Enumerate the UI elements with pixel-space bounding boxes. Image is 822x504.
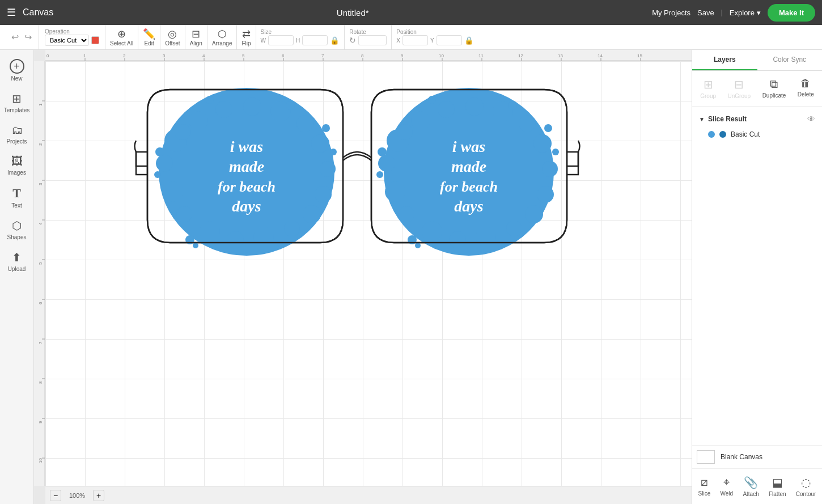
svg-point-89	[525, 205, 543, 223]
weld-button[interactable]: ⌖ Weld	[718, 473, 736, 499]
delete-icon: 🗑	[800, 78, 811, 90]
operation-label: Operation	[45, 28, 99, 35]
svg-point-70	[189, 111, 208, 130]
svg-point-87	[476, 227, 496, 247]
svg-text:10: 10	[38, 458, 43, 463]
slice-button[interactable]: ⧄ Slice	[696, 473, 713, 499]
svg-text:3: 3	[38, 183, 43, 185]
position-lock-button[interactable]: 🔒	[464, 36, 474, 45]
svg-point-77	[330, 149, 337, 155]
sidebar-item-text[interactable]: T Text	[2, 181, 32, 213]
attach-button[interactable]: 📎 Attach	[740, 473, 761, 499]
svg-point-90	[537, 186, 554, 203]
select-all-button[interactable]: ⊕	[117, 28, 126, 40]
grid-canvas[interactable]: i was made for beach days i was made for…	[45, 61, 692, 486]
tab-layers[interactable]: Layers	[692, 50, 757, 70]
svg-text:6: 6	[282, 53, 285, 58]
right-beach-text2: made	[451, 158, 486, 175]
make-it-button[interactable]: Make It	[768, 4, 815, 22]
offset-group: ◎ Offset	[160, 25, 185, 49]
edit-label: Edit	[145, 40, 154, 46]
svg-point-57	[176, 206, 192, 222]
layer-item-basic-cut[interactable]: Basic Cut	[697, 127, 817, 142]
group-button[interactable]: ⊞ Group	[696, 75, 721, 101]
canvas-area[interactable]: 0 1 2 3 4 5 6 7 8	[34, 50, 692, 504]
tab-color-sync[interactable]: Color Sync	[757, 50, 823, 70]
svg-text:8: 8	[38, 381, 43, 384]
contour-button[interactable]: ◌ Contour	[794, 473, 819, 499]
lock-button[interactable]: 🔒	[330, 36, 340, 45]
undo-button[interactable]: ↩	[9, 29, 21, 45]
sidebar-item-label: Projects	[6, 138, 27, 145]
position-group: Position X Y 🔒	[392, 25, 478, 49]
topbar-right: My Projects Save | Explore ▾ Make It	[652, 4, 815, 22]
svg-point-100	[376, 171, 383, 178]
offset-button[interactable]: ◎	[168, 28, 177, 40]
sidebar-item-projects[interactable]: 🗂 Projects	[2, 119, 32, 149]
slice-result-header[interactable]: ▼ Slice Result 👁	[697, 111, 817, 127]
rotate-input[interactable]	[358, 35, 387, 45]
offset-label: Offset	[165, 40, 180, 46]
x-input[interactable]	[402, 35, 428, 45]
align-button[interactable]: ⊟	[192, 28, 200, 40]
flatten-button[interactable]: ⬓ Flatten	[766, 473, 789, 499]
flatten-icon: ⬓	[772, 476, 783, 489]
sidebar-item-label: Text	[11, 202, 22, 209]
blank-canvas-thumbnail	[697, 450, 715, 464]
ruler-horizontal: 0 1 2 3 4 5 6 7 8	[45, 50, 692, 61]
ruler-vertical: 1 2 3 4 5 6 7 8 9	[34, 61, 45, 486]
explore-label: Explore	[730, 9, 755, 17]
sidebar-item-new[interactable]: + New	[2, 54, 32, 86]
redo-button[interactable]: ↪	[22, 29, 34, 45]
ungroup-button[interactable]: ⊟ UnGroup	[723, 75, 756, 101]
explore-button[interactable]: Explore ▾	[730, 9, 761, 17]
arrange-button[interactable]: ⬡	[218, 28, 227, 40]
divider: |	[721, 9, 723, 16]
canvas-design[interactable]: i was made for beach days i was made for…	[130, 78, 584, 288]
blank-canvas-item[interactable]: Blank Canvas	[692, 445, 822, 468]
svg-point-61	[284, 221, 300, 236]
sidebar: + New ⊞ Templates 🗂 Projects 🖼 Images T …	[0, 50, 34, 504]
svg-point-91	[542, 161, 558, 177]
zoom-in-button[interactable]: +	[93, 490, 104, 501]
contour-icon: ◌	[801, 476, 811, 489]
svg-point-83	[385, 181, 405, 202]
zoom-out-button[interactable]: −	[50, 490, 61, 501]
sidebar-item-images[interactable]: 🖼 Images	[2, 150, 32, 180]
svg-text:2: 2	[38, 143, 43, 146]
layers-list: ▼ Slice Result 👁 Basic Cut	[692, 107, 822, 445]
layer-name: Basic Cut	[731, 130, 760, 138]
toolbar: ↩ ↪ Operation Basic Cut ⊕ Select All ✏️ …	[0, 25, 822, 50]
edit-button[interactable]: ✏️	[143, 28, 155, 40]
sidebar-item-shapes[interactable]: ⬡ Shapes	[2, 214, 32, 245]
menu-button[interactable]: ☰	[7, 6, 16, 19]
delete-button[interactable]: 🗑 Delete	[793, 75, 819, 101]
sidebar-item-upload[interactable]: ⬆ Upload	[2, 246, 32, 277]
visibility-toggle[interactable]: 👁	[807, 115, 815, 124]
sidebar-item-templates[interactable]: ⊞ Templates	[2, 87, 32, 118]
width-input[interactable]	[268, 35, 294, 45]
save-button[interactable]: Save	[697, 9, 714, 17]
chevron-down-icon: ▼	[699, 116, 705, 122]
arrange-group: ⬡ Arrange	[207, 25, 238, 49]
blank-canvas-label: Blank Canvas	[721, 453, 762, 461]
my-projects-button[interactable]: My Projects	[652, 9, 690, 17]
svg-text:12: 12	[518, 53, 523, 58]
svg-point-99	[378, 147, 387, 156]
svg-text:14: 14	[598, 53, 603, 58]
operation-select[interactable]: Basic Cut	[45, 35, 89, 46]
duplicate-button[interactable]: ⧉ Duplicate	[758, 75, 791, 101]
svg-text:9: 9	[401, 53, 404, 58]
slice-result-section: ▼ Slice Result 👁 Basic Cut	[692, 109, 822, 144]
rotate-label: Rotate	[349, 29, 387, 35]
svg-text:10: 10	[439, 53, 444, 58]
height-input[interactable]	[302, 35, 328, 45]
svg-point-86	[449, 231, 466, 248]
align-label: Align	[190, 40, 202, 46]
color-swatch[interactable]	[91, 36, 99, 44]
svg-text:4: 4	[38, 222, 43, 225]
svg-point-92	[533, 134, 552, 153]
flip-button[interactable]: ⇄	[242, 28, 251, 40]
explore-chevron-icon: ▾	[757, 9, 761, 17]
y-input[interactable]	[437, 35, 462, 45]
